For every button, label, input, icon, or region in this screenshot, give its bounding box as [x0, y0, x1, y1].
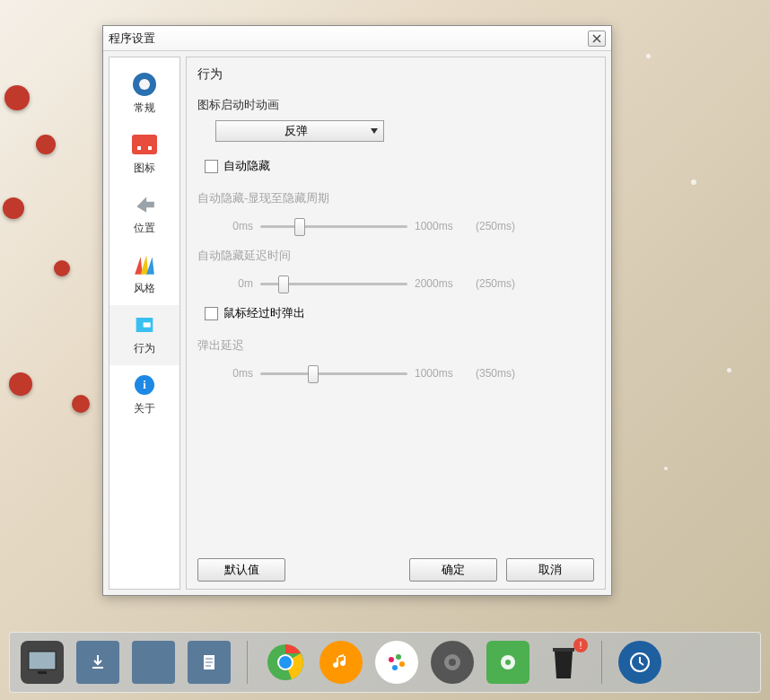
system-settings-icon[interactable]	[486, 641, 529, 684]
auto-hide-label: 自动隐藏	[223, 158, 270, 174]
slider-min: 0ms	[205, 367, 253, 380]
section-title: 行为	[197, 66, 594, 83]
slider-min: 0m	[205, 277, 253, 290]
slider-max: 1000ms	[415, 367, 468, 380]
dock: !	[9, 632, 761, 693]
slider-thumb[interactable]	[294, 218, 305, 236]
ok-button[interactable]: 确定	[409, 558, 497, 582]
icons-icon	[130, 130, 159, 159]
bg-snow	[727, 368, 731, 372]
slider-value: (250ms)	[476, 277, 526, 290]
cycle-slider[interactable]	[260, 217, 407, 235]
bg-berry	[72, 395, 90, 413]
svg-point-9	[396, 654, 401, 660]
popup-delay-slider[interactable]	[260, 364, 407, 382]
sidebar: 常规 图标 位置 风格 行为	[109, 57, 180, 590]
sidebar-item-label: 行为	[109, 341, 179, 356]
bg-snow	[646, 54, 651, 58]
slider-thumb[interactable]	[308, 365, 319, 383]
delay-slider-row: 0m 2000ms (250ms)	[205, 275, 594, 293]
sidebar-item-general[interactable]: 常规	[109, 65, 179, 125]
palette-icon[interactable]	[375, 641, 418, 684]
sidebar-item-position[interactable]: 位置	[109, 185, 179, 245]
popup-delay-label: 弹出延迟	[197, 337, 594, 354]
slider-track	[260, 225, 407, 228]
bg-berry	[4, 85, 30, 110]
slider-value: (350ms)	[476, 367, 526, 380]
auto-hide-checkbox[interactable]	[205, 160, 218, 173]
svg-point-10	[399, 661, 405, 667]
anim-label: 图标启动时动画	[197, 97, 594, 113]
svg-rect-2	[29, 652, 56, 669]
delay-slider[interactable]	[260, 275, 407, 293]
slider-value: (250ms)	[476, 220, 526, 232]
bg-snow	[691, 179, 696, 185]
sidebar-item-style[interactable]: 风格	[109, 245, 179, 305]
defaults-button[interactable]: 默认值	[197, 558, 285, 582]
monitor-icon[interactable]	[21, 641, 64, 684]
sidebar-item-label: 关于	[109, 401, 179, 416]
trash-icon[interactable]: !	[542, 641, 585, 684]
bg-berry	[9, 372, 32, 396]
svg-point-11	[392, 665, 398, 670]
button-label: 确定	[442, 562, 465, 578]
cancel-button[interactable]: 取消	[506, 558, 594, 582]
settings-gear-icon[interactable]	[431, 641, 474, 684]
sidebar-item-label: 常规	[109, 101, 179, 116]
button-label: 默认值	[224, 562, 259, 578]
info-icon: i	[130, 371, 159, 399]
delay-label: 自动隐藏延迟时间	[197, 248, 594, 264]
chevron-down-icon	[371, 128, 378, 134]
clock-app-icon[interactable]	[618, 641, 661, 684]
close-button[interactable]	[588, 31, 606, 47]
slider-max: 1000ms	[415, 220, 468, 232]
dock-separator	[247, 641, 248, 684]
cycle-slider-row: 0ms 1000ms (250ms)	[205, 217, 594, 235]
sidebar-item-label: 位置	[109, 221, 179, 236]
dropdown-selected: 反弹	[222, 123, 371, 139]
svg-rect-16	[553, 648, 574, 652]
folder-icon[interactable]	[132, 641, 175, 684]
bg-berry	[36, 135, 56, 154]
popup-delay-slider-row: 0ms 1000ms (350ms)	[205, 364, 594, 382]
sidebar-item-label: 风格	[109, 281, 179, 296]
svg-point-15	[505, 660, 511, 665]
chrome-icon[interactable]	[264, 641, 307, 684]
titlebar[interactable]: 程序设置	[103, 26, 611, 51]
sidebar-item-label: 图标	[109, 161, 179, 176]
music-icon[interactable]	[319, 641, 363, 684]
square-icon	[130, 311, 159, 339]
documents-folder-icon[interactable]	[188, 641, 231, 684]
svg-point-7	[279, 656, 292, 669]
content-panel: 行为 图标启动时动画 反弹 自动隐藏 自动隐藏-显现至隐藏周期 0ms 1000…	[186, 57, 606, 590]
popup-label: 鼠标经过时弹出	[223, 305, 305, 321]
svg-point-8	[389, 657, 394, 662]
close-icon	[592, 34, 601, 43]
sidebar-item-behavior[interactable]: 行为	[109, 305, 179, 365]
button-label: 取消	[538, 562, 562, 578]
slider-max: 2000ms	[415, 277, 468, 290]
popup-checkbox[interactable]	[205, 307, 218, 320]
bg-snow	[664, 467, 668, 470]
bg-berry	[3, 197, 24, 219]
gear-icon	[130, 70, 159, 99]
svg-rect-3	[38, 671, 47, 674]
downloads-folder-icon[interactable]	[76, 641, 119, 684]
slider-min: 0ms	[205, 220, 253, 232]
arrow-icon	[130, 190, 159, 219]
slider-thumb[interactable]	[278, 276, 289, 293]
bg-berry	[54, 260, 70, 276]
anim-dropdown[interactable]: 反弹	[215, 120, 384, 142]
sidebar-item-icons[interactable]: 图标	[109, 125, 179, 185]
svg-rect-1	[144, 322, 151, 327]
svg-point-13	[449, 659, 456, 666]
dialog-title: 程序设置	[109, 31, 588, 47]
dock-separator	[601, 641, 602, 684]
settings-dialog: 程序设置 常规 图标 位置 风	[102, 25, 612, 596]
trash-badge: !	[573, 638, 588, 652]
fan-icon	[130, 250, 159, 279]
cycle-label: 自动隐藏-显现至隐藏周期	[197, 190, 594, 206]
slider-track	[260, 372, 407, 375]
sidebar-item-about[interactable]: i 关于	[109, 365, 179, 425]
